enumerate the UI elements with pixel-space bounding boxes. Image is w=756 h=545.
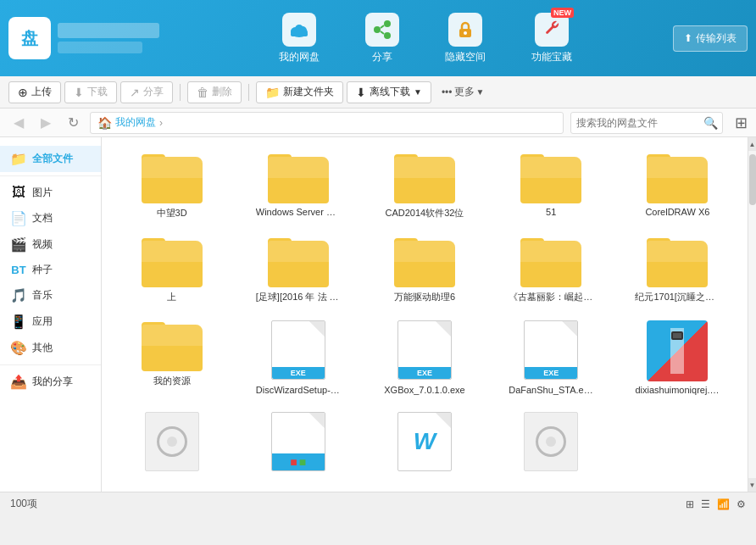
list-item[interactable]: dixiashuimoniqrej.zip: [616, 314, 739, 402]
file-name: Windows Server 20...: [256, 207, 341, 217]
path-home-text[interactable]: 我的网盘: [115, 115, 156, 130]
file-grid: 中望3D Windows Server 20... CAD2014软件32位: [110, 146, 739, 483]
list-item[interactable]: [490, 405, 613, 483]
sidebar-item-all[interactable]: 📁 全部文件: [0, 146, 101, 172]
list-item[interactable]: [110, 405, 233, 483]
offline-button[interactable]: ⬇ 离线下载 ▼: [347, 81, 431, 103]
list-item[interactable]: CAD2014软件32位: [363, 146, 486, 226]
list-item[interactable]: EXE DiscWizardSetup-1...: [236, 314, 359, 402]
scroll-thumb[interactable]: [749, 154, 756, 205]
path-separator: ›: [159, 117, 163, 129]
folder-icon: [520, 153, 581, 203]
share-icon: ↗: [130, 86, 140, 99]
list-item[interactable]: EXE DaFanShu_STA.exe: [490, 314, 613, 402]
doc-file-icon: W: [394, 412, 455, 473]
share-button[interactable]: ↗ 分享: [120, 81, 173, 103]
list-item[interactable]: [足球][2016 年 法 国...: [236, 230, 359, 310]
tab-private[interactable]: 隐藏空间: [435, 6, 496, 71]
refresh-button[interactable]: ↻: [63, 113, 83, 133]
sidebar-item-apps[interactable]: 📱 应用: [0, 309, 101, 335]
apps-icon: 📱: [10, 314, 27, 330]
file-name: 万能驱动助理6: [382, 291, 467, 303]
back-button[interactable]: ◀: [8, 113, 29, 133]
view-toggle-button[interactable]: ⊞: [735, 114, 748, 132]
list-item[interactable]: 《古墓丽影：崛起》...: [490, 230, 613, 310]
addressbar: ◀ ▶ ↻ 🏠 我的网盘 › 🔍 ⊞: [0, 108, 756, 137]
list-item[interactable]: 中望3D: [110, 146, 233, 226]
list-item[interactable]: W: [363, 405, 486, 483]
music-icon: 🎵: [10, 287, 27, 303]
file-name: XGBox_7.0.1.0.exe: [382, 385, 467, 395]
sidebar-item-music[interactable]: 🎵 音乐: [0, 282, 101, 309]
search-icon[interactable]: 🔍: [703, 116, 718, 130]
transfer-list-button[interactable]: ⬆ 传输列表: [673, 25, 748, 52]
scroll-down[interactable]: ▼: [748, 478, 756, 492]
exe-file-icon: EXE: [268, 320, 329, 381]
sidebar-label-other: 其他: [32, 341, 53, 355]
file-name: DiscWizardSetup-1...: [256, 385, 341, 395]
search-input[interactable]: [576, 117, 703, 129]
tab-share[interactable]: 分享: [355, 6, 409, 71]
newfolder-icon: 📁: [265, 86, 280, 99]
file-name: CAD2014软件32位: [382, 207, 467, 220]
forward-button[interactable]: ▶: [36, 113, 56, 133]
images-icon: 🖼: [10, 185, 27, 200]
file-name: [足球][2016 年 法 国...: [256, 291, 341, 303]
tab-mycloud[interactable]: 我的网盘: [269, 6, 330, 71]
file-name: DaFanShu_STA.exe: [509, 385, 593, 395]
separator1: [180, 84, 181, 101]
list-item[interactable]: Windows Server 20...: [236, 146, 359, 226]
sidebar-label-music: 音乐: [32, 288, 53, 303]
sidebar-label-videos: 视频: [32, 237, 53, 252]
folder-icon: [268, 153, 329, 203]
more-dots: •••: [442, 86, 453, 98]
delete-button[interactable]: 🗑 删除: [187, 81, 242, 103]
list-item[interactable]: 我的资源: [110, 314, 233, 402]
home-icon: 🏠: [97, 116, 112, 130]
folder-icon: [647, 236, 708, 287]
nav-tabs: 我的网盘 分享 隐藏空间 NEW 功能宝藏: [178, 6, 673, 71]
list-item[interactable]: 纪元1701[沉睡之龙]...: [616, 230, 739, 310]
sidebar-item-torrents[interactable]: BT 种子: [0, 258, 101, 282]
upload-button[interactable]: ⊕ 上传: [8, 81, 61, 103]
sidebar-label-torrents: 种子: [32, 263, 53, 277]
tab-share-label: 分享: [372, 50, 392, 64]
view-list-icon[interactable]: ☰: [701, 498, 710, 510]
download-button[interactable]: ⬇ 下载: [64, 81, 117, 103]
main-area: 📁 全部文件 🖼 图片 📄 文档 🎬 视频 BT 种子 🎵 音乐: [0, 137, 756, 492]
list-item[interactable]: EXE XGBox_7.0.1.0.exe: [363, 314, 486, 402]
newfolder-button[interactable]: 📁 新建文件夹: [256, 81, 343, 103]
svg-point-11: [464, 31, 467, 35]
list-item[interactable]: 万能驱动助理6: [363, 230, 486, 310]
sidebar-item-other[interactable]: 🎨 其他: [0, 335, 101, 361]
tools-icon: NEW: [535, 13, 569, 47]
sidebar-item-images[interactable]: 🖼 图片: [0, 180, 101, 205]
sidebar-item-videos[interactable]: 🎬 视频: [0, 231, 101, 258]
tab-private-label: 隐藏空间: [445, 50, 486, 64]
newfolder-label: 新建文件夹: [283, 85, 334, 99]
statusbar: 100项 ⊞ ☰ 📶 ⚙: [0, 492, 756, 515]
file-name: 我的资源: [130, 375, 214, 387]
sidebar-section: 🖼 图片 📄 文档 🎬 视频 BT 种子 🎵 音乐 📱 应用: [0, 175, 101, 361]
sidebar: 📁 全部文件 🖼 图片 📄 文档 🎬 视频 BT 种子 🎵 音乐: [0, 137, 102, 492]
settings-icon[interactable]: ⚙: [737, 498, 746, 510]
list-item[interactable]: ■■: [236, 405, 359, 483]
lock-icon: [448, 13, 482, 47]
other-icon: 🎨: [10, 340, 27, 356]
more-button[interactable]: ••• 更多 ▼: [435, 81, 492, 103]
logo-area: 盘: [8, 17, 178, 59]
exe-file-icon: EXE: [520, 320, 581, 381]
tab-tools[interactable]: NEW 功能宝藏: [521, 6, 582, 71]
view-grid-icon[interactable]: ⊞: [686, 498, 694, 510]
exe-file-icon: EXE: [394, 320, 455, 381]
sidebar-item-myshare[interactable]: 📤 我的分享: [0, 369, 101, 395]
svg-point-7: [384, 32, 391, 39]
scroll-up[interactable]: ▲: [748, 137, 756, 151]
sidebar-item-docs[interactable]: 📄 文档: [0, 205, 101, 231]
address-path: 🏠 我的网盘 ›: [90, 112, 564, 134]
list-item[interactable]: CorelDRAW X6: [616, 146, 739, 226]
disc-file-icon: [142, 412, 203, 473]
list-item[interactable]: 51: [490, 146, 613, 226]
list-item[interactable]: 上: [110, 230, 233, 310]
svg-point-3: [295, 25, 303, 33]
